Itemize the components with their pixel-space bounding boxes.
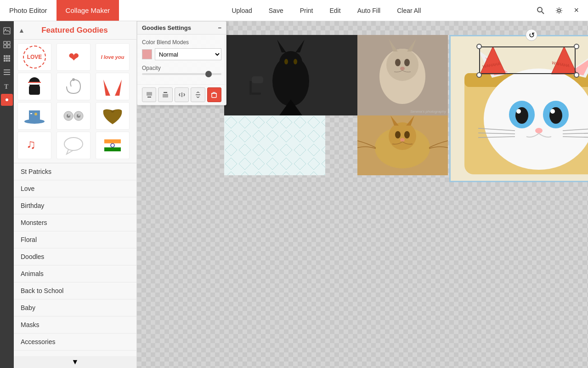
sidebar: ▲ Featured Goodies LOVE ❤ I love you: [14, 21, 137, 368]
handle-tr-sticker[interactable]: [574, 44, 579, 49]
image-icon: [3, 27, 11, 34]
svg-point-93: [516, 109, 521, 114]
save-button[interactable]: Save: [260, 0, 292, 21]
layer-up-button[interactable]: [158, 87, 172, 102]
svg-rect-32: [29, 110, 40, 121]
delete-sticker-button[interactable]: [207, 87, 221, 102]
blend-mode-select[interactable]: Normal Multiply Screen Overlay: [155, 48, 221, 60]
sticker-iloveyou[interactable]: I love you: [96, 43, 130, 71]
sticker-eyes[interactable]: [57, 102, 90, 130]
minimize-button[interactable]: −: [218, 24, 221, 31]
sticker-speech-bubble[interactable]: [57, 132, 90, 159]
sticker-flag[interactable]: [96, 132, 130, 159]
featured-goodies-title: Featured Goodies: [41, 26, 108, 35]
selected-photo-white-cat[interactable]: WAHAHA WAHAHA ↺: [449, 35, 588, 182]
icon-bar-lines[interactable]: [1, 66, 13, 78]
sticker-hat[interactable]: [17, 102, 51, 130]
upload-button[interactable]: Upload: [223, 0, 260, 21]
photo-tabby[interactable]: [357, 115, 448, 175]
edit-button[interactable]: Edit: [322, 0, 349, 21]
color-swatch[interactable]: [142, 49, 152, 59]
sticker-ninja[interactable]: [17, 73, 51, 100]
flip-vertical-button[interactable]: [191, 87, 205, 102]
svg-point-80: [400, 138, 405, 142]
category-floral[interactable]: Floral: [14, 231, 136, 248]
svg-point-28: [72, 78, 75, 81]
icon-bar-collage[interactable]: [1, 39, 13, 51]
svg-point-2: [558, 9, 560, 12]
category-st-patricks[interactable]: St Patricks: [14, 163, 136, 180]
scroll-down-arrow[interactable]: ▼: [14, 356, 136, 368]
category-accessories[interactable]: Accessories: [14, 334, 136, 351]
svg-point-40: [79, 115, 80, 116]
category-animals[interactable]: Animals: [14, 265, 136, 282]
sticker-swirl[interactable]: [57, 73, 90, 100]
print-button[interactable]: Print: [292, 0, 322, 21]
sticker-music[interactable]: ♫: [17, 132, 51, 159]
collage-icon: [3, 41, 11, 48]
svg-rect-61: [252, 92, 261, 95]
canvas-area[interactable]: Goodies Settings − Color Blend Modes Nor…: [137, 21, 588, 368]
category-monsters[interactable]: Monsters: [14, 214, 136, 231]
speech-bubble-svg: [63, 136, 84, 155]
tab-collage-maker[interactable]: Collage Maker: [57, 0, 119, 21]
lines-icon: [3, 69, 11, 76]
category-baby[interactable]: Baby: [14, 299, 136, 316]
beard-svg: [101, 108, 124, 124]
photo-kitten-bw[interactable]: Serena's photography: [357, 35, 448, 115]
svg-marker-102: [480, 46, 506, 74]
main-layout: T ▲ Featured Goodies LOVE ❤ I love you: [0, 21, 588, 368]
handle-bl-sticker[interactable]: [476, 72, 482, 78]
mid-collage: Serena's photography: [357, 35, 448, 175]
settings-button[interactable]: [552, 3, 566, 18]
icon-bar-image[interactable]: [1, 25, 13, 37]
photo-black-cat[interactable]: [224, 35, 357, 115]
category-masks[interactable]: Masks: [14, 316, 136, 334]
svg-rect-25: [29, 86, 40, 95]
svg-rect-49: [163, 94, 168, 98]
layer-down-button[interactable]: [142, 87, 156, 102]
black-cat-image: [224, 35, 357, 115]
auto-fill-button[interactable]: Auto Fill: [349, 0, 389, 21]
flip-horizontal-button[interactable]: [175, 87, 189, 102]
tab-photo-editor[interactable]: Photo Editor: [0, 0, 57, 21]
category-list: St Patricks Love Birthday Monsters Flora…: [14, 163, 136, 356]
svg-point-95: [535, 128, 543, 133]
category-back-to-school[interactable]: Back to School: [14, 282, 136, 299]
icon-bar-stickers[interactable]: [1, 94, 13, 106]
svg-point-58: [294, 59, 297, 64]
search-button[interactable]: [533, 3, 548, 18]
sticker-love-circle[interactable]: LOVE: [17, 43, 51, 71]
rotate-icon: ↺: [529, 31, 535, 40]
scroll-up-arrow[interactable]: ▲: [18, 27, 25, 34]
clear-all-button[interactable]: Clear All: [389, 0, 429, 21]
svg-point-71: [404, 59, 410, 66]
sticker-beard[interactable]: [96, 102, 130, 130]
rotate-handle[interactable]: ↺: [526, 29, 537, 41]
tab-collage-label: Collage Maker: [66, 6, 110, 14]
svg-point-42: [64, 138, 83, 150]
handle-tl-sticker[interactable]: [476, 44, 482, 49]
category-birthday[interactable]: Birthday: [14, 197, 136, 214]
category-facial[interactable]: Facial: [14, 351, 136, 356]
handle-br-sticker[interactable]: [574, 72, 579, 78]
svg-rect-5: [4, 41, 6, 44]
layer-down-icon: [146, 92, 153, 98]
category-doodles[interactable]: Doodles: [14, 248, 136, 265]
svg-rect-16: [6, 60, 8, 62]
sticker-heart[interactable]: ❤: [57, 43, 90, 71]
svg-rect-45: [104, 147, 121, 151]
svg-point-72: [400, 67, 405, 70]
layer-up-icon: [162, 92, 169, 98]
icon-bar-text[interactable]: T: [1, 80, 13, 92]
search-icon: [537, 7, 544, 14]
photo-pattern[interactable]: [224, 115, 325, 175]
category-love[interactable]: Love: [14, 180, 136, 197]
sticker-horns[interactable]: [96, 73, 130, 100]
close-button[interactable]: ×: [570, 6, 582, 15]
icon-bar-grid[interactable]: [1, 52, 13, 64]
svg-rect-18: [4, 69, 10, 70]
tabby-image: [357, 115, 448, 175]
opacity-thumb[interactable]: [205, 71, 212, 77]
svg-point-70: [395, 59, 401, 66]
